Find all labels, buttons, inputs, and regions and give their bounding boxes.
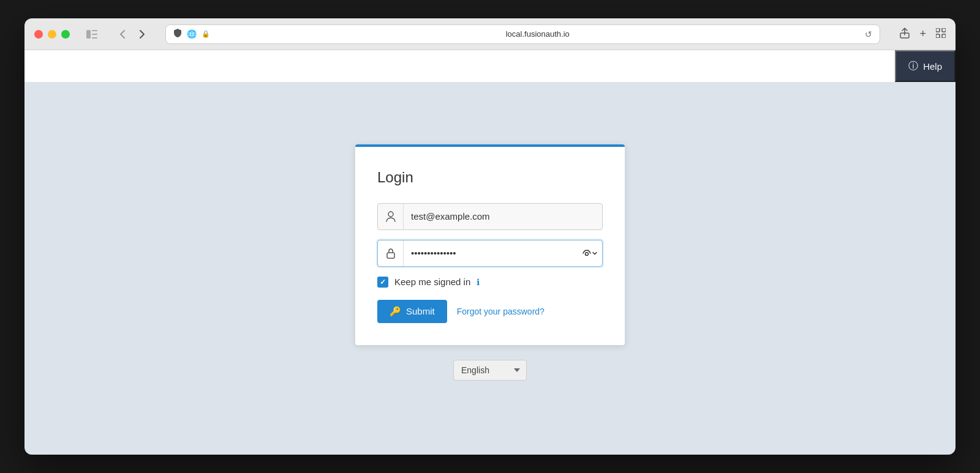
share-icon[interactable] — [900, 28, 910, 41]
svg-rect-7 — [936, 34, 940, 38]
traffic-lights — [34, 30, 70, 39]
help-circle-icon: ⓘ — [908, 60, 918, 73]
page-content: Login — [24, 82, 956, 455]
close-button[interactable] — [34, 30, 43, 39]
email-input-group — [377, 203, 603, 230]
language-dropdown[interactable]: English French German Spanish — [453, 360, 527, 381]
keep-signed-in-checkbox[interactable] — [377, 277, 388, 288]
minimize-button[interactable] — [48, 30, 56, 39]
forward-button[interactable] — [134, 26, 151, 43]
svg-rect-6 — [942, 28, 946, 32]
address-bar[interactable]: 🌐 🔒 local.fusionauth.io ↺ — [165, 24, 880, 44]
keep-signed-in-label: Keep me signed in — [394, 277, 470, 287]
submit-button[interactable]: 🔑 Submit — [377, 300, 447, 323]
svg-rect-1 — [92, 30, 97, 31]
password-toggle-button[interactable] — [578, 250, 602, 257]
new-tab-icon[interactable]: + — [919, 28, 926, 40]
login-title: Login — [377, 169, 603, 186]
help-button[interactable]: ⓘ Help — [895, 50, 956, 82]
reload-button[interactable]: ↺ — [865, 29, 872, 39]
shield-icon — [173, 28, 182, 40]
url-text: local.fusionauth.io — [215, 29, 860, 39]
key-icon: 🔑 — [390, 306, 401, 317]
svg-point-9 — [388, 212, 393, 217]
svg-rect-8 — [942, 34, 946, 38]
forgot-password-link[interactable]: Forgot your password? — [457, 307, 545, 316]
login-card: Login — [355, 144, 625, 345]
password-input[interactable] — [404, 242, 578, 264]
svg-rect-2 — [92, 34, 97, 35]
grid-icon[interactable] — [936, 28, 946, 40]
info-icon[interactable]: ℹ — [477, 277, 480, 287]
svg-rect-3 — [92, 37, 97, 39]
svg-rect-10 — [387, 253, 394, 258]
password-input-group — [377, 240, 603, 267]
user-icon — [378, 204, 404, 229]
sidebar-toggle-button[interactable] — [82, 27, 102, 42]
maximize-button[interactable] — [61, 30, 70, 39]
top-bar: ⓘ Help — [24, 50, 956, 82]
svg-rect-0 — [86, 30, 91, 39]
submit-row: 🔑 Submit Forgot your password? — [377, 300, 603, 323]
svg-point-11 — [586, 252, 589, 255]
svg-rect-5 — [936, 28, 940, 32]
lock-icon: 🔒 — [202, 30, 210, 38]
globe-icon: 🌐 — [187, 29, 197, 39]
keep-signed-in-row: Keep me signed in ℹ — [377, 277, 603, 288]
back-button[interactable] — [114, 26, 131, 43]
lock-field-icon — [378, 240, 404, 266]
language-selector: English French German Spanish — [453, 360, 527, 381]
email-input[interactable] — [404, 205, 602, 228]
